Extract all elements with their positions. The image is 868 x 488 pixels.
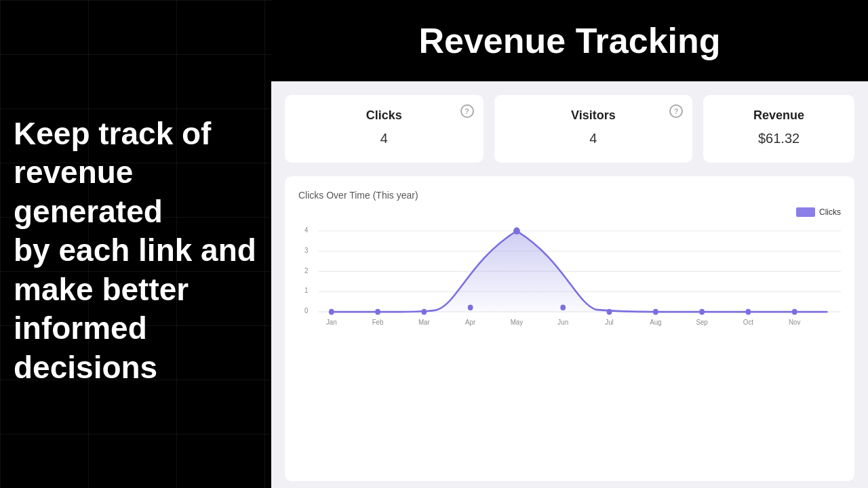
svg-text:0: 0 — [304, 307, 309, 314]
svg-text:Aug: Aug — [650, 319, 662, 326]
chart-dot-jul — [607, 309, 612, 315]
chart-legend: Clicks — [298, 207, 841, 217]
stat-label-clicks: Clicks — [366, 108, 402, 123]
svg-text:Nov: Nov — [789, 319, 801, 326]
stat-label-revenue: Revenue — [753, 108, 804, 123]
help-icon-clicks[interactable]: ? — [460, 104, 474, 118]
svg-text:Feb: Feb — [372, 319, 384, 326]
svg-text:Jan: Jan — [326, 319, 337, 326]
stat-card-visitors: ? Visitors 4 — [494, 95, 693, 163]
svg-text:Jul: Jul — [605, 319, 613, 326]
svg-text:May: May — [511, 319, 524, 326]
chart-dot-oct — [746, 309, 751, 315]
chart-svg: 4 3 2 1 0 — [298, 224, 841, 332]
right-panel: Revenue Tracking ? Clicks 4 ? Visitors 4… — [271, 0, 868, 488]
stat-value-clicks: 4 — [380, 131, 388, 146]
svg-text:4: 4 — [304, 226, 309, 233]
svg-text:Jun: Jun — [557, 319, 568, 326]
chart-dot-mar — [421, 309, 427, 315]
legend-color-box — [796, 207, 815, 217]
stat-card-clicks: ? Clicks 4 — [285, 95, 484, 163]
headline-line-4: make better — [14, 270, 258, 310]
svg-text:3: 3 — [304, 246, 309, 253]
svg-text:Mar: Mar — [418, 319, 430, 326]
chart-dot-jan — [329, 309, 334, 315]
chart-dot-apr — [468, 304, 473, 310]
help-icon-visitors[interactable]: ? — [669, 104, 683, 118]
stat-value-visitors: 4 — [589, 131, 597, 146]
left-panel: Keep track of revenue generated by each … — [0, 0, 271, 488]
svg-text:2: 2 — [304, 266, 309, 274]
left-content: Keep track of revenue generated by each … — [0, 0, 271, 488]
chart-dot-sep — [699, 309, 705, 315]
svg-text:Oct: Oct — [743, 319, 753, 326]
headline-line-2: revenue generated — [14, 153, 258, 231]
chart-dot-nov — [792, 309, 797, 315]
chart-dot-feb — [375, 309, 380, 315]
svg-text:Apr: Apr — [465, 319, 476, 326]
page-title: Revenue Tracking — [285, 20, 854, 61]
legend-label: Clicks — [819, 207, 841, 217]
chart-title: Clicks Over Time (This year) — [298, 190, 841, 201]
stats-area: ? Clicks 4 ? Visitors 4 Revenue $61.32 — [271, 81, 868, 163]
chart-svg-wrapper: 4 3 2 1 0 — [298, 224, 841, 332]
svg-text:1: 1 — [304, 287, 309, 294]
headline-line-5: informed decisions — [14, 309, 258, 387]
chart-area: Clicks Over Time (This year) Clicks 4 3 … — [271, 163, 868, 488]
stat-value-revenue: $61.32 — [758, 131, 800, 146]
headline-text: Keep track of revenue generated by each … — [14, 115, 258, 388]
svg-text:Sep: Sep — [696, 319, 708, 326]
page-header: Revenue Tracking — [271, 0, 868, 81]
chart-dot-may — [513, 227, 520, 235]
chart-container: Clicks Over Time (This year) Clicks 4 3 … — [285, 176, 854, 481]
chart-dot-aug — [653, 309, 658, 315]
stat-card-revenue: Revenue $61.32 — [703, 95, 854, 163]
headline-line-3: by each link and — [14, 231, 258, 270]
chart-dot-jun — [560, 304, 566, 310]
stat-label-visitors: Visitors — [571, 108, 616, 123]
headline-line-1: Keep track of — [14, 115, 258, 154]
